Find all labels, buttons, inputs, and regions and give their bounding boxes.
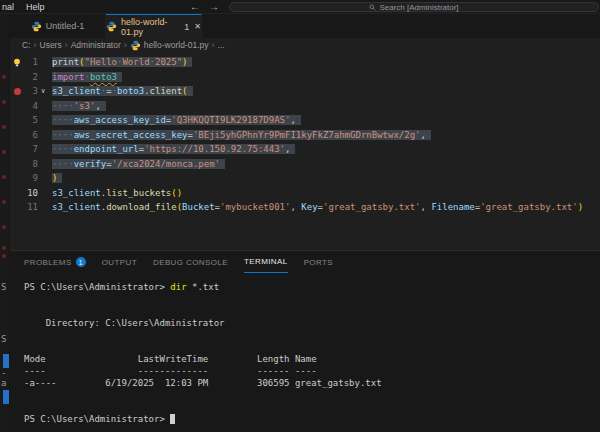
glyph-margin[interactable] [10,186,24,201]
code-line[interactable]: 8····verify='/xca2024/monca.pem' [10,157,600,172]
token-var: endpoint_url [74,144,139,154]
glyph-margin[interactable] [10,70,24,85]
terminal-text: Directory: C:\Users\Administrator [24,318,224,328]
line-number[interactable]: 5 [24,113,38,128]
line-number[interactable]: 2 [24,70,38,85]
code-line[interactable]: 4····'s3', [10,99,600,114]
token-txt: , [290,202,301,212]
bottom-panel: PROBLEMS1OUTPUTDEBUG CONSOLETERMINALPORT… [10,250,600,432]
glyph-margin[interactable] [10,113,24,128]
cropped-breakpoint-dot [2,75,6,79]
terminal-line: Mode LastWriteTime Length Name [24,353,600,365]
line-number[interactable]: 11 [24,200,38,215]
terminal-line: -a---- 6/19/2025 12:03 PM 306595 great_g… [24,377,600,389]
panel-tab-output[interactable]: OUTPUT [102,251,137,273]
code-line[interactable]: 6····aws_secret_access_key='BEji5yhGPhnY… [10,128,600,143]
terminal-cursor [170,414,175,424]
terminal-line: Directory: C:\Users\Administrator [24,317,600,329]
code-text: s3_client.list_buckets() [48,186,182,201]
cropped-text-fragment: S [1,334,6,344]
token-ws: ···· [52,115,74,125]
menu-item-help[interactable]: Help [22,2,49,12]
token-var: Key [301,202,317,212]
breadcrumb-item[interactable]: Administrator [71,40,121,50]
breadcrumb-item[interactable]: ... [218,40,225,50]
glyph-margin[interactable] [10,128,24,143]
breadcrumb-item[interactable]: hello-world-01.py [144,40,209,50]
glyph-margin[interactable] [10,200,24,215]
selected-code: ····aws_access_key_id='Q3HKQQTI9LK29187D… [52,115,301,125]
breadcrumb-item[interactable]: C: [22,40,31,50]
code-line[interactable]: 9) [10,171,600,186]
line-number[interactable]: 6 [24,128,38,143]
token-br: ) [52,173,57,183]
code-line[interactable]: 5····aws_access_key_id='Q3HKQQTI9LK29187… [10,113,600,128]
fold-gutter [38,113,48,128]
code-line[interactable]: 10s3_client.list_buckets() [10,186,600,201]
panel-tab-ports[interactable]: PORTS [304,251,333,273]
code-line[interactable]: 2import·boto3 [10,70,600,85]
panel-tab-label: DEBUG CONSOLE [153,258,228,267]
back-arrow-icon[interactable]: ← [190,0,200,14]
code-text: ····'s3', [48,99,106,114]
lightbulb-icon[interactable] [10,55,24,70]
line-number[interactable]: 1 [24,55,38,70]
glyph-margin[interactable] [10,171,24,186]
tab-modified-badge: 1 [184,22,189,32]
fold-chevron-icon[interactable]: ∨ [38,84,48,99]
code-line[interactable]: 7····endpoint_url='https://10.150.92.75:… [10,142,600,157]
token-str: 2025" [155,57,182,67]
line-number[interactable]: 7 [24,142,38,157]
terminal-text: *.txt [187,282,220,292]
glyph-margin[interactable] [10,99,24,114]
token-str: 'great_gatsby.txt' [323,202,421,212]
chevron-right-icon: › [124,40,127,50]
panel-tab-problems[interactable]: PROBLEMS1 [24,251,86,273]
code-span: s3_client.list_buckets() [52,188,182,198]
token-var: Filename [431,202,474,212]
fold-gutter [38,55,48,70]
code-editor[interactable]: 1print("Hello·World·2025")2import·boto33… [10,52,600,250]
menu-item-terminal-cropped[interactable]: nal [2,2,14,12]
cropped-text-fragment: -a [1,368,9,388]
close-icon[interactable]: ✕ [194,22,201,31]
line-number[interactable]: 4 [24,99,38,114]
tab-label: hello-world-01.py [121,17,180,37]
glyph-margin[interactable] [10,157,24,172]
tab-label: Untitled-1 [46,21,85,31]
line-number[interactable]: 9 [24,171,38,186]
token-str: 'great_gatsby.txt' [480,202,578,212]
line-number[interactable]: 3 [24,84,38,99]
token-fn: download_file [106,202,176,212]
tab-Untitled-1[interactable]: Untitled-1 [10,14,106,38]
terminal-text: Mode LastWriteTime Length Name [24,354,317,364]
code-line[interactable]: 3∨s3_client·=·boto3.client( [10,84,600,99]
token-str: '/xca2024/monca.pem' [112,159,220,169]
token-str: 'Q3HKQQTI9LK29187D9AS' [171,115,290,125]
breadcrumb-item[interactable]: Users [40,40,62,50]
token-var: verify [74,159,107,169]
panel-tab-terminal[interactable]: TERMINAL [244,251,288,273]
tab-hello-world-01.py[interactable]: hello-world-01.py1✕ [106,14,202,38]
forward-arrow-icon[interactable]: → [209,0,219,14]
token-ws: ···· [52,159,74,169]
terminal-text: PS C:\Users\Administrator> [24,282,170,292]
panel-tab-debug-console[interactable]: DEBUG CONSOLE [153,251,228,273]
terminal-text: -a---- 6/19/2025 12:03 PM 306595 great_g… [24,378,382,388]
glyph-margin[interactable] [10,142,24,157]
code-line[interactable]: 1print("Hello·World·2025") [10,55,600,70]
terminal-command: dir [170,282,186,292]
command-center-search[interactable]: Search [Administrator] [229,2,599,12]
token-str: World [122,57,149,67]
terminal-output[interactable]: PS C:\Users\Administrator> dir *.txt Dir… [10,273,600,425]
tab-bar: Untitled-1hello-world-01.py1✕ [10,14,600,38]
code-line[interactable]: 11s3_client.download_file(Bucket='mybuck… [10,200,600,215]
line-number[interactable]: 10 [24,186,38,201]
code-span: s3_client.download_file(Bucket='mybucket… [52,202,583,212]
selected-code: print("Hello·World·2025") [52,57,192,67]
line-number[interactable]: 8 [24,157,38,172]
python-file-icon [106,21,117,32]
breadcrumb: C:›Users›Administrator›hello-world-01.py… [10,38,600,52]
terminal-line [24,341,600,353]
breakpoint-icon[interactable] [10,84,24,99]
